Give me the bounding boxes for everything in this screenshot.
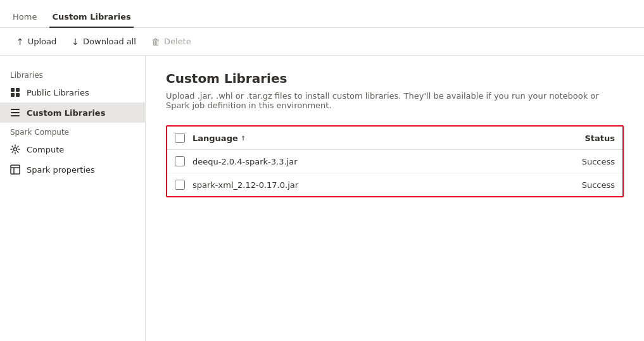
main-content: Custom Libraries Upload .jar, .whl or .t… [146, 56, 644, 341]
delete-label: Delete [164, 37, 191, 46]
table-row: spark-xml_2.12-0.17.0.jar Success [167, 173, 622, 196]
svg-rect-2 [11, 93, 15, 97]
svg-rect-3 [16, 93, 20, 97]
row-status-1: Success [564, 157, 615, 166]
sidebar-item-compute[interactable]: Compute [0, 139, 145, 159]
libraries-section-label: Libraries [0, 66, 145, 82]
sidebar-item-spark-properties[interactable]: Spark properties [0, 159, 145, 180]
svg-rect-8 [11, 165, 20, 174]
col-language-header[interactable]: Language ↑ [193, 133, 557, 143]
sidebar: Libraries Public Libraries [0, 56, 146, 341]
sidebar-item-spark-properties-label: Spark properties [27, 165, 95, 175]
svg-rect-5 [11, 112, 20, 113]
col-status-header: Status [564, 133, 615, 143]
main-layout: Libraries Public Libraries [0, 56, 644, 341]
download-all-button[interactable]: ↓ Download all [65, 34, 142, 50]
spark-section-label: Spark Compute [0, 123, 145, 139]
svg-rect-0 [11, 88, 15, 92]
sidebar-item-custom-libraries-label: Custom Libraries [27, 108, 105, 118]
bars-icon [10, 108, 20, 118]
row-status-2: Success [564, 180, 615, 190]
libraries-table-container: Language ↑ Status deequ-2.0.4-spark-3.3.… [166, 125, 624, 197]
download-icon: ↓ [72, 37, 79, 47]
top-nav: Home Custom Libraries [0, 0, 644, 28]
sidebar-item-custom-libraries[interactable]: Custom Libraries [0, 102, 145, 123]
sort-icon: ↑ [241, 135, 246, 142]
svg-rect-1 [16, 88, 20, 92]
table-row: deequ-2.0.4-spark-3.3.jar Success [167, 150, 622, 173]
delete-icon: 🗑 [151, 37, 160, 47]
row-filename-1: deequ-2.0.4-spark-3.3.jar [193, 157, 557, 166]
row-checkbox-1[interactable] [175, 156, 185, 166]
svg-rect-6 [11, 115, 20, 116]
select-all-checkbox[interactable] [175, 133, 185, 143]
download-label: Download all [83, 37, 136, 46]
page-title: Custom Libraries [166, 71, 624, 86]
toolbar: ↑ Upload ↓ Download all 🗑 Delete [0, 28, 644, 56]
sidebar-item-compute-label: Compute [27, 145, 64, 154]
page-description: Upload .jar, .whl or .tar.gz files to in… [166, 91, 624, 110]
col-language-label: Language [193, 133, 238, 143]
svg-rect-4 [11, 109, 20, 110]
delete-button[interactable]: 🗑 Delete [145, 34, 198, 50]
row-checkbox-2[interactable] [175, 180, 185, 190]
sidebar-item-public-libraries[interactable]: Public Libraries [0, 82, 145, 102]
gear-icon [10, 144, 20, 154]
table-icon [10, 164, 20, 175]
upload-button[interactable]: ↑ Upload [10, 34, 63, 50]
nav-home[interactable]: Home [10, 7, 39, 28]
grid-icon [10, 87, 20, 97]
table-header: Language ↑ Status [167, 127, 622, 150]
sidebar-item-public-libraries-label: Public Libraries [27, 88, 89, 97]
svg-point-7 [14, 148, 17, 151]
row-filename-2: spark-xml_2.12-0.17.0.jar [193, 180, 557, 190]
nav-custom-libraries[interactable]: Custom Libraries [49, 7, 133, 28]
upload-label: Upload [28, 37, 57, 46]
upload-icon: ↑ [16, 37, 24, 47]
